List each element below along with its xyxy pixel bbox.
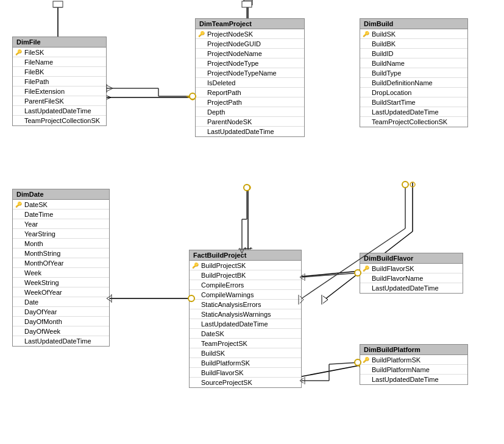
table-dimbuildplatform: DimBuildPlatform 🔑 BuildPlatformSK Build… [360,344,468,385]
field-label: Depth [207,108,225,116]
table-row: ProjectNodeType [196,58,304,68]
field-label: MonthString [24,250,60,257]
field-label: BuildProjectBK [201,272,246,279]
table-row: 🔑 BuildPlatformSK [360,355,467,365]
field-label: BuildFlavorSK [201,369,244,376]
table-row: BuildBK [360,39,467,49]
table-row: BuildStartTime [360,97,467,107]
field-label: WeekString [24,279,59,286]
svg-line-31 [296,365,360,378]
field-label: ProjectNodeGUID [207,40,261,48]
field-label: BuildType [372,69,401,77]
table-row: DateTime [13,210,109,219]
table-row: StaticAnalysisErrors [190,300,301,309]
table-row: BuildFlavorSK [190,368,301,378]
table-dimfile-header: DimFile [13,37,106,48]
table-row: BuildType [360,68,467,78]
table-row: Date [13,297,109,307]
table-row: ParentNodeSK [196,117,304,127]
table-row: Year [13,219,109,229]
table-dimteamproject: DimTeamProject 🔑 ProjectNodeSK ProjectNo… [195,18,305,137]
table-dimfile: DimFile 🔑 FileSK FileName FileBK FilePat… [12,37,107,126]
table-row: LastUpdatedDateTime [196,127,304,136]
table-factbuildproject-header: FactBuildProject [190,250,301,261]
key-icon: 🔑 [198,31,205,37]
field-label: StaticAnalysisWarnings [201,311,271,318]
field-label: LastUpdatedDateTime [207,128,274,135]
svg-line-26 [296,271,360,277]
field-label: BuildSK [201,350,225,357]
field-label: IsDeleted [207,79,235,86]
table-dimbuild: DimBuild 🔑 BuildSK BuildBK BuildID Build… [360,18,468,127]
table-row: DayOfYear [13,307,109,317]
field-label: BuildProjectSK [201,262,246,269]
table-row: DropLocation [360,88,467,97]
table-row: IsDeleted [196,78,304,88]
table-row: Week [13,268,109,278]
key-icon: 🔑 [15,49,23,55]
svg-line-44 [107,88,113,91]
table-row: WeekOfYear [13,287,109,297]
field-label: WeekOfYear [24,289,62,296]
table-dimbuild-header: DimBuild [360,19,467,29]
table-row: BuildID [360,49,467,58]
field-label: LastUpdatedDateTime [24,107,91,115]
table-dimdate: DimDate 🔑 DateSK DateTime Year YearStrin… [12,189,110,347]
table-row: BuildDefinitionName [360,78,467,88]
field-label: TeamProjectCollectionSK [372,118,447,125]
field-label: BuildPlatformSK [201,359,250,367]
field-label: ProjectNodeName [207,50,262,57]
dimbuild-title: DimBuild [364,20,393,27]
field-label: LastUpdatedDateTime [372,284,439,292]
svg-rect-3 [244,0,252,5]
table-row: FileName [13,57,106,67]
field-label: DateTime [24,211,53,218]
field-label: BuildDefinitionName [372,79,433,86]
table-row: DateSK [190,329,301,339]
field-label: StaticAnalysisErrors [201,301,261,308]
field-label: ProjectPath [207,99,242,106]
table-row: DayOfMonth [13,317,109,326]
table-row: ProjectPath [196,97,304,107]
table-row: 🔑 BuildProjectSK [190,261,301,270]
table-row: BuildName [360,58,467,68]
field-label: FilePath [24,78,49,85]
diagram-canvas: DimFile 🔑 FileSK FileName FileBK FilePat… [0,0,504,444]
table-dimbuildflavor-header: DimBuildFlavor [360,253,463,264]
table-row: LastUpdatedDateTime [190,319,301,329]
field-label: ReportPath [207,89,241,96]
dimfile-title: DimFile [16,38,41,46]
key-icon: 🔑 [363,357,370,363]
dimdate-title: DimDate [16,191,44,198]
table-row: TeamProjectCollectionSK [360,117,467,127]
table-row: ParentFileSK [13,96,106,106]
table-row: WeekString [13,278,109,287]
field-label: BuildFlavorName [372,275,423,282]
table-row: LastUpdatedDateTime [360,375,467,384]
svg-rect-1 [54,2,62,7]
field-label: FileSK [24,49,44,56]
field-label: LastUpdatedDateTime [372,108,439,116]
table-row: TeamProjectCollectionSK [13,116,106,125]
svg-point-57 [402,181,408,188]
table-row: LastUpdatedDateTime [360,283,463,293]
table-dimbuildflavor: DimBuildFlavor 🔑 BuildFlavorSK BuildFlav… [360,253,463,294]
field-label: BuildName [372,60,405,67]
table-row: ProjectNodeGUID [196,39,304,49]
field-label: Year [24,220,38,228]
svg-line-67 [302,273,360,277]
field-label: ProjectNodeSK [207,30,253,38]
key-icon: 🔑 [363,31,370,37]
table-row: MonthOfYear [13,258,109,268]
field-label: BuildPlatformSK [372,356,421,364]
table-row: LastUpdatedDateTime [13,336,109,346]
field-label: ParentNodeSK [207,118,252,125]
dimteamproject-title: DimTeamProject [199,20,252,27]
table-row: 🔑 ProjectNodeSK [196,29,304,39]
table-row: SourceProjectSK [190,378,301,387]
key-icon: 🔑 [15,202,23,208]
table-row: LastUpdatedDateTime [13,106,106,116]
field-label: SourceProjectSK [201,379,252,386]
svg-point-51 [244,185,250,191]
table-row: ProjectNodeName [196,49,304,58]
